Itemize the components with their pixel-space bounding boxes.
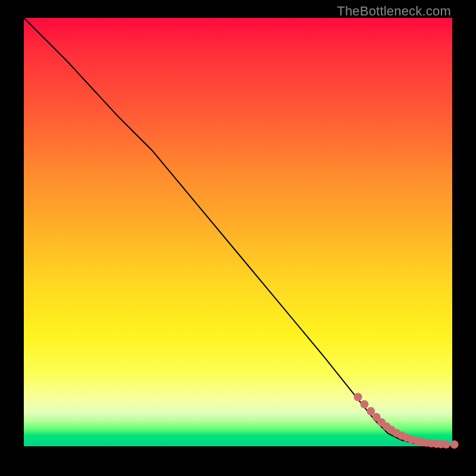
scatter-points (354, 393, 459, 449)
chart-frame: TheBottleneck.com (0, 0, 476, 476)
bottleneck-curve (24, 18, 452, 446)
watermark-text: TheBottleneck.com (337, 4, 451, 19)
data-point (442, 440, 450, 449)
data-point (360, 400, 368, 408)
data-point (450, 440, 459, 449)
data-point (354, 393, 362, 401)
chart-overlay (24, 18, 452, 446)
